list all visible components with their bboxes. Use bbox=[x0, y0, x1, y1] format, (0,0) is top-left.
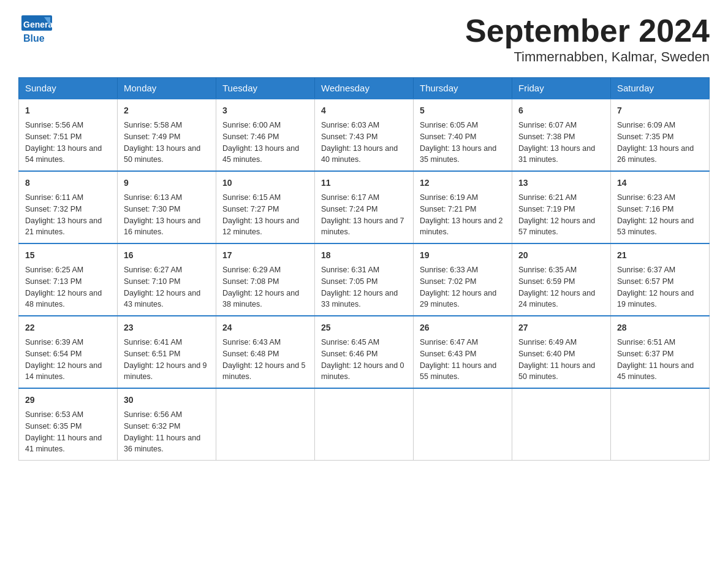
day-number: 5 bbox=[420, 104, 506, 117]
sunrise-label: Sunrise: 6:29 AM bbox=[222, 266, 281, 274]
daylight-label: Daylight: 13 hours and 2 minutes. bbox=[420, 216, 503, 237]
calendar-week-row: 22Sunrise: 6:39 AMSunset: 6:54 PMDayligh… bbox=[19, 316, 710, 388]
sunrise-label: Sunrise: 6:41 AM bbox=[124, 338, 182, 347]
calendar-cell: 19Sunrise: 6:33 AMSunset: 7:02 PMDayligh… bbox=[414, 243, 512, 316]
sunrise-label: Sunrise: 6:05 AM bbox=[420, 121, 478, 129]
daylight-label: Daylight: 13 hours and 31 minutes. bbox=[518, 144, 595, 164]
sunset-label: Sunset: 7:30 PM bbox=[124, 205, 180, 213]
sunrise-label: Sunrise: 5:56 AM bbox=[25, 121, 83, 129]
daylight-label: Daylight: 13 hours and 54 minutes. bbox=[25, 144, 102, 164]
daylight-label: Daylight: 12 hours and 43 minutes. bbox=[124, 289, 200, 309]
calendar-cell: 1Sunrise: 5:56 AMSunset: 7:51 PMDaylight… bbox=[19, 99, 118, 171]
sunset-label: Sunset: 7:49 PM bbox=[124, 132, 180, 141]
sunset-label: Sunset: 7:16 PM bbox=[617, 205, 673, 213]
sunrise-label: Sunrise: 6:17 AM bbox=[321, 193, 379, 202]
sunrise-label: Sunrise: 6:33 AM bbox=[420, 266, 478, 274]
daylight-label: Daylight: 12 hours and 24 minutes. bbox=[518, 289, 595, 309]
day-number: 26 bbox=[420, 321, 506, 334]
daylight-label: Daylight: 13 hours and 45 minutes. bbox=[222, 144, 299, 164]
calendar-cell: 7Sunrise: 6:09 AMSunset: 7:35 PMDaylight… bbox=[611, 99, 710, 171]
calendar-cell: 14Sunrise: 6:23 AMSunset: 7:16 PMDayligh… bbox=[611, 171, 710, 243]
daylight-label: Daylight: 12 hours and 53 minutes. bbox=[617, 216, 694, 237]
weekday-header-tuesday: Tuesday bbox=[216, 78, 315, 99]
daylight-label: Daylight: 13 hours and 16 minutes. bbox=[124, 216, 200, 237]
day-number: 21 bbox=[617, 249, 703, 262]
daylight-label: Daylight: 13 hours and 35 minutes. bbox=[420, 144, 496, 164]
sunrise-label: Sunrise: 6:53 AM bbox=[25, 410, 83, 419]
weekday-header-row: SundayMondayTuesdayWednesdayThursdayFrid… bbox=[19, 78, 710, 99]
calendar-cell: 3Sunrise: 6:00 AMSunset: 7:46 PMDaylight… bbox=[216, 99, 315, 171]
sunset-label: Sunset: 7:08 PM bbox=[222, 277, 279, 286]
sunrise-label: Sunrise: 6:07 AM bbox=[518, 121, 577, 129]
sunset-label: Sunset: 6:48 PM bbox=[222, 350, 279, 358]
daylight-label: Daylight: 13 hours and 40 minutes. bbox=[321, 144, 398, 164]
daylight-label: Daylight: 12 hours and 33 minutes. bbox=[321, 289, 398, 309]
sunset-label: Sunset: 7:05 PM bbox=[321, 277, 377, 286]
day-number: 7 bbox=[617, 104, 703, 117]
day-number: 23 bbox=[124, 321, 210, 334]
sunrise-label: Sunrise: 6:23 AM bbox=[617, 193, 675, 202]
daylight-label: Daylight: 13 hours and 7 minutes. bbox=[321, 216, 404, 237]
day-number: 8 bbox=[25, 177, 111, 190]
calendar-cell bbox=[414, 388, 512, 461]
sunset-label: Sunset: 6:54 PM bbox=[25, 350, 82, 358]
sunset-label: Sunset: 7:38 PM bbox=[518, 132, 575, 141]
calendar-cell: 28Sunrise: 6:51 AMSunset: 6:37 PMDayligh… bbox=[611, 316, 710, 388]
calendar-cell: 26Sunrise: 6:47 AMSunset: 6:43 PMDayligh… bbox=[414, 316, 512, 388]
location-subtitle: Timmernabben, Kalmar, Sweden bbox=[465, 49, 710, 65]
page-header: General Blue September 2024 Timmernabben… bbox=[18, 12, 710, 65]
sunset-label: Sunset: 6:51 PM bbox=[124, 350, 180, 358]
calendar-cell: 20Sunrise: 6:35 AMSunset: 6:59 PMDayligh… bbox=[512, 243, 611, 316]
sunrise-label: Sunrise: 6:31 AM bbox=[321, 266, 379, 274]
daylight-label: Daylight: 12 hours and 48 minutes. bbox=[25, 289, 102, 309]
calendar-cell: 18Sunrise: 6:31 AMSunset: 7:05 PMDayligh… bbox=[315, 243, 414, 316]
daylight-label: Daylight: 11 hours and 55 minutes. bbox=[420, 361, 496, 381]
daylight-label: Daylight: 13 hours and 21 minutes. bbox=[25, 216, 102, 237]
calendar-cell bbox=[512, 388, 611, 461]
day-number: 3 bbox=[222, 104, 308, 117]
calendar-cell bbox=[216, 388, 315, 461]
sunset-label: Sunset: 6:37 PM bbox=[617, 350, 673, 358]
calendar-cell: 2Sunrise: 5:58 AMSunset: 7:49 PMDaylight… bbox=[118, 99, 216, 171]
calendar-cell: 13Sunrise: 6:21 AMSunset: 7:19 PMDayligh… bbox=[512, 171, 611, 243]
calendar-table: SundayMondayTuesdayWednesdayThursdayFrid… bbox=[18, 77, 710, 461]
sunrise-label: Sunrise: 5:58 AM bbox=[124, 121, 182, 129]
day-number: 24 bbox=[222, 321, 308, 334]
sunset-label: Sunset: 6:59 PM bbox=[518, 277, 575, 286]
daylight-label: Daylight: 12 hours and 38 minutes. bbox=[222, 289, 299, 309]
day-number: 15 bbox=[25, 249, 111, 262]
day-number: 13 bbox=[518, 177, 604, 190]
calendar-cell: 17Sunrise: 6:29 AMSunset: 7:08 PMDayligh… bbox=[216, 243, 315, 316]
sunset-label: Sunset: 7:27 PM bbox=[222, 205, 279, 213]
day-number: 20 bbox=[518, 249, 604, 262]
daylight-label: Daylight: 13 hours and 12 minutes. bbox=[222, 216, 299, 237]
sunset-label: Sunset: 6:32 PM bbox=[124, 422, 180, 431]
weekday-header-thursday: Thursday bbox=[414, 78, 512, 99]
daylight-label: Daylight: 12 hours and 19 minutes. bbox=[617, 289, 694, 309]
day-number: 19 bbox=[420, 249, 506, 262]
sunrise-label: Sunrise: 6:47 AM bbox=[420, 338, 478, 347]
title-area: September 2024 Timmernabben, Kalmar, Swe… bbox=[465, 12, 710, 65]
weekday-header-sunday: Sunday bbox=[19, 78, 118, 99]
calendar-cell: 21Sunrise: 6:37 AMSunset: 6:57 PMDayligh… bbox=[611, 243, 710, 316]
sunrise-label: Sunrise: 6:03 AM bbox=[321, 121, 379, 129]
sunrise-label: Sunrise: 6:00 AM bbox=[222, 121, 281, 129]
sunrise-label: Sunrise: 6:39 AM bbox=[25, 338, 83, 347]
weekday-header-monday: Monday bbox=[118, 78, 216, 99]
day-number: 16 bbox=[124, 249, 210, 262]
day-number: 10 bbox=[222, 177, 308, 190]
calendar-cell bbox=[611, 388, 710, 461]
sunset-label: Sunset: 7:46 PM bbox=[222, 132, 279, 141]
sunrise-label: Sunrise: 6:19 AM bbox=[420, 193, 478, 202]
day-number: 12 bbox=[420, 177, 506, 190]
calendar-cell: 30Sunrise: 6:56 AMSunset: 6:32 PMDayligh… bbox=[118, 388, 216, 461]
daylight-label: Daylight: 13 hours and 26 minutes. bbox=[617, 144, 694, 164]
weekday-header-friday: Friday bbox=[512, 78, 611, 99]
daylight-label: Daylight: 12 hours and 14 minutes. bbox=[25, 361, 102, 381]
sunset-label: Sunset: 7:40 PM bbox=[420, 132, 476, 141]
calendar-week-row: 1Sunrise: 5:56 AMSunset: 7:51 PMDaylight… bbox=[19, 99, 710, 171]
calendar-cell: 29Sunrise: 6:53 AMSunset: 6:35 PMDayligh… bbox=[19, 388, 118, 461]
logo-icon: General Blue bbox=[18, 12, 55, 49]
day-number: 4 bbox=[321, 104, 407, 117]
day-number: 1 bbox=[25, 104, 111, 117]
